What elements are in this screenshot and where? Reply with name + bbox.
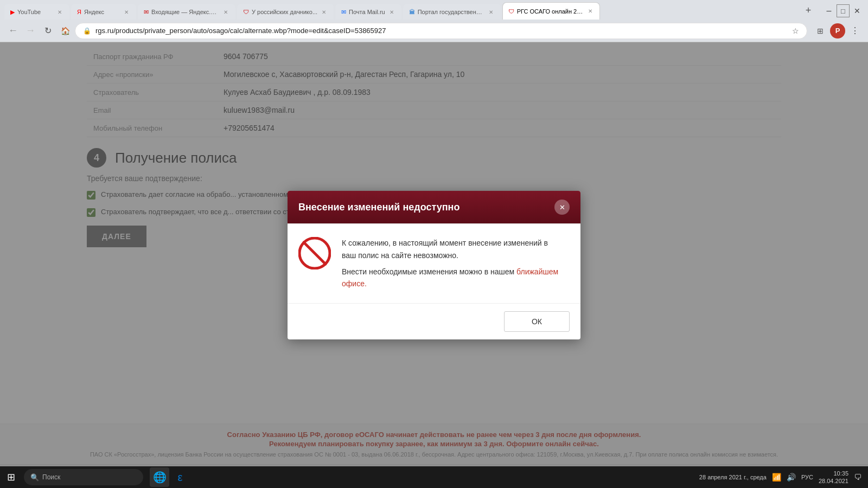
tab-label-tab-youtube: YouTube [17,9,53,15]
network-icon[interactable]: 📶 [772,473,781,481]
modal-header: Внесение изменений недоступно ✕ [288,191,580,223]
tab-tab-yandex[interactable]: ЯЯндекс✕ [71,4,136,20]
modal-body-line2: ваш полис на сайте невозможно. [342,249,570,261]
taskbar-search[interactable]: 🔍 Поиск [24,469,143,485]
datetime-tooltip: 28 апреля 2021 г., среда [699,473,767,481]
menu-button[interactable]: ⋮ [847,23,863,38]
tab-close-tab-youtube[interactable]: ✕ [56,9,63,15]
tab-close-tab-mail-inbox[interactable]: ✕ [222,9,229,15]
modal-body-line3: Внести необходимые изменения можно в наш… [342,267,516,276]
close-window-button[interactable]: ✕ [851,4,864,17]
home-button[interactable]: 🏠 [58,23,73,38]
volume-icon[interactable]: 🔊 [787,473,796,481]
tab-tab-youtube[interactable]: ▶YouTube✕ [4,4,69,20]
search-icon: 🔍 [30,473,39,481]
address-text: rgs.ru/products/private_person/auto/osag… [95,27,788,35]
forward-button[interactable]: → [23,23,38,38]
tab-close-tab-dashcam[interactable]: ✕ [320,9,328,15]
tab-label-tab-mail-inbox: Входящие — Яндекс.М... [151,9,219,15]
clock[interactable]: 10:35 28.04.2021 [819,470,848,485]
tab-label-tab-yandex: Яндекс [84,9,120,15]
taskbar: ⊞ 🔍 Поиск 🌐 ε 28 апреля 2021 г., среда 📶… [0,466,868,488]
extensions-area: ⊞ P ⋮ [813,23,863,38]
datetime-label: 28 апреля 2021 г., среда [699,473,767,481]
modal-overlay: Внесение изменений недоступно ✕ [0,42,868,488]
maximize-button[interactable]: □ [837,4,850,17]
tab-favicon-tab-yandex: Я [77,9,81,15]
address-bar-row: ← → ↻ 🏠 🔒 rgs.ru/products/private_person… [0,20,868,42]
svg-line-1 [304,242,326,264]
modal-ok-button[interactable]: ОК [504,311,570,332]
star-icon[interactable]: ☆ [792,27,799,35]
tab-favicon-tab-mail-inbox: ✉ [144,9,149,16]
modal-dialog: Внесение изменений недоступно ✕ [288,191,580,339]
notifications-icon[interactable]: 🗨 [854,473,861,481]
modal-body-line3-wrap: Внести необходимые изменения можно в наш… [342,266,570,290]
page-content: Паспорт гражданина РФ9604 706775Адрес «п… [0,42,868,488]
taskbar-systray: 28 апреля 2021 г., среда 📶 🔊 РУС 10:35 2… [693,470,868,485]
address-bar[interactable]: 🔒 rgs.ru/products/private_person/auto/os… [75,23,807,39]
date-display: 28.04.2021 [819,477,848,485]
time-display: 10:35 [819,470,848,477]
search-text: Поиск [42,473,60,481]
tab-favicon-tab-gosuslugi: 🏛 [409,9,415,15]
tab-bar: ▶YouTube✕ЯЯндекс✕✉Входящие — Яндекс.М...… [0,0,868,20]
modal-body: К сожалению, в настоящий момент внесение… [288,224,580,303]
minimize-button[interactable]: – [822,4,835,17]
modal-footer: ОК [288,304,580,339]
tab-tab-mail-inbox[interactable]: ✉Входящие — Яндекс.М...✕ [138,4,235,20]
tab-label-tab-gosuslugi: Портал государственн... [418,9,484,15]
modal-title: Внесение изменений недоступно [298,202,459,213]
tab-favicon-tab-dashcam: 🛡 [243,9,249,15]
tab-label-tab-rgs: РГС ОСАГО онлайн 2021... [517,8,584,15]
tab-tab-gosuslugi[interactable]: 🏛Портал государственн...✕ [403,4,501,20]
window-controls: – □ ✕ [822,4,864,17]
modal-close-button[interactable]: ✕ [554,200,570,215]
lang-indicator[interactable]: РУС [801,474,813,480]
extensions-button[interactable]: ⊞ [813,23,828,38]
taskbar-chrome[interactable]: 🌐 [150,467,169,487]
tab-close-tab-rgs[interactable]: ✕ [586,8,594,14]
tab-label-tab-mailru: Почта Mail.ru [349,9,385,15]
tab-tab-mailru[interactable]: ✉Почта Mail.ru✕ [335,4,401,20]
tab-close-tab-gosuslugi[interactable]: ✕ [487,9,495,15]
back-button[interactable]: ← [5,23,21,38]
modal-text-area: К сожалению, в настоящий момент внесение… [342,237,570,290]
new-tab-button[interactable]: + [801,3,816,18]
taskbar-edge[interactable]: ε [170,467,190,487]
tab-close-tab-yandex[interactable]: ✕ [123,9,130,15]
ban-icon [298,237,331,269]
profile-button[interactable]: P [830,23,845,38]
lock-icon: 🔒 [83,27,91,35]
start-button[interactable]: ⊞ [0,466,22,488]
tab-tab-rgs[interactable]: 🛡РГС ОСАГО онлайн 2021...✕ [502,2,600,20]
tab-label-tab-dashcam: У российских дачнико... [252,9,317,15]
tab-favicon-tab-rgs: 🛡 [508,8,514,15]
refresh-button[interactable]: ↻ [40,23,55,38]
tab-tab-dashcam[interactable]: 🛡У российских дачнико...✕ [237,4,334,20]
taskbar-apps: 🌐 ε [145,467,194,487]
tab-close-tab-mailru[interactable]: ✕ [388,9,395,15]
tab-favicon-tab-youtube: ▶ [10,9,15,16]
modal-body-line1: К сожалению, в настоящий момент внесение… [342,237,570,249]
tab-favicon-tab-mailru: ✉ [341,9,346,16]
